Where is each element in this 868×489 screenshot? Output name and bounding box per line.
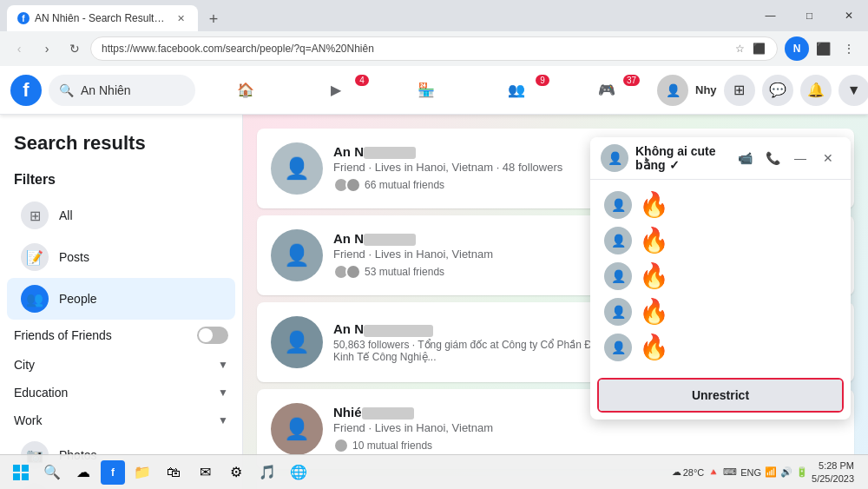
chat-popup: 👤 Không ai cute bằng ✓ 📹 📞 — ✕ 👤 🔥 👤 🔥 👤… <box>590 137 851 420</box>
star-icon[interactable]: ☆ <box>732 41 747 56</box>
chat-phone-icon[interactable]: 📞 <box>760 146 785 170</box>
chat-user-avatar-1: 👤 <box>604 191 632 219</box>
watch-icon: ▶ <box>331 82 341 98</box>
result-avatar-1: 👤 <box>271 142 323 195</box>
taskbar-tray: ☁ 28°C 🔺 ⌨ ENG 📶 🔊 🔋 5:28 PM 5/25/2023 <box>665 459 861 485</box>
svg-rect-1 <box>22 465 29 472</box>
all-icon: ⊞ <box>21 202 49 229</box>
extensions-icon[interactable]: ⬛ <box>751 41 766 56</box>
taskbar-store-icon[interactable]: 🛍 <box>160 459 187 486</box>
volume-icon: 🔊 <box>780 466 792 478</box>
sidebar-item-posts[interactable]: 📝 Posts <box>7 236 235 278</box>
unrestrict-button[interactable]: Unrestrict <box>599 380 842 411</box>
account-icon[interactable]: ▼ <box>838 75 868 106</box>
people-icon: 👥 <box>21 285 49 313</box>
taskbar-files-icon[interactable]: 📁 <box>128 459 156 486</box>
language-display[interactable]: ENG <box>740 467 761 478</box>
taskbar-search-icon[interactable]: 🔍 <box>38 459 66 486</box>
chat-user-avatar-2: 👤 <box>604 227 632 254</box>
groups-badge: 9 <box>536 75 549 86</box>
filter-education[interactable]: Education ▼ <box>0 379 242 406</box>
url-bar[interactable]: https://www.facebook.com/search/people/?… <box>90 36 778 61</box>
sidebar-item-all[interactable]: ⊞ All <box>7 195 235 236</box>
emoji-bubble-4: 🔥 <box>639 297 669 326</box>
posts-icon: 📝 <box>21 243 49 271</box>
chat-avatar: 👤 <box>601 144 628 172</box>
nav-gaming[interactable]: 🎮 37 <box>563 71 650 109</box>
filter-friends-of-friends[interactable]: Friends of Friends <box>0 320 242 351</box>
facebook-logo[interactable]: f <box>10 75 42 106</box>
svg-rect-0 <box>13 465 20 472</box>
emoji-row-3: 👤 🔥 <box>597 258 844 294</box>
nav-marketplace[interactable]: 🏪 <box>383 71 470 109</box>
messenger-icon[interactable]: 💬 <box>762 75 793 106</box>
marketplace-icon: 🏪 <box>418 82 435 98</box>
nav-watch[interactable]: ▶ 4 <box>293 71 379 109</box>
address-bar: ‹ › ↻ https://www.facebook.com/search/pe… <box>0 31 868 66</box>
filter-city[interactable]: City ▼ <box>0 351 242 379</box>
taskbar-app3-icon[interactable]: 🌐 <box>285 459 312 486</box>
emoji-bubble-1: 🔥 <box>639 190 669 219</box>
chat-close-icon[interactable]: ✕ <box>816 146 840 170</box>
svg-rect-2 <box>13 473 20 480</box>
forward-button[interactable]: › <box>35 36 59 61</box>
education-label: Education <box>14 386 68 400</box>
watch-badge: 4 <box>355 75 369 86</box>
url-icons: ☆ ⬛ <box>732 41 766 56</box>
time-text: 5:28 PM <box>812 459 854 472</box>
facebook-header: f 🔍 🏠 ▶ 4 🏪 👥 9 🎮 37 👤 Nhy ⊞ 💬 🔔 ▼ <box>0 66 868 115</box>
menu-btn[interactable]: ⋮ <box>837 36 861 61</box>
start-button[interactable] <box>7 459 35 486</box>
user-avatar[interactable]: 👤 <box>657 75 688 106</box>
taskbar-mail-icon[interactable]: ✉ <box>191 459 219 486</box>
home-icon: 🏠 <box>237 82 254 98</box>
result-avatar-4: 👤 <box>271 403 323 455</box>
extensions-btn[interactable]: ⬛ <box>811 36 835 61</box>
taskbar-app1-icon[interactable]: ⚙ <box>222 459 250 486</box>
toggle-switch[interactable] <box>197 327 228 344</box>
chat-header: 👤 Không ai cute bằng ✓ 📹 📞 — ✕ <box>590 137 851 180</box>
filter-work[interactable]: Work ▼ <box>0 406 242 434</box>
profile-icon[interactable]: N <box>785 36 809 61</box>
apps-icon[interactable]: ⊞ <box>724 75 755 106</box>
browser-menu-icons: N ⬛ ⋮ <box>785 36 861 61</box>
filters-label: Filters <box>0 169 242 195</box>
chat-title: Không ai cute bằng ✓ <box>635 144 726 172</box>
tab-favicon: f <box>17 12 30 24</box>
notifications-icon[interactable]: 🔔 <box>800 75 832 106</box>
back-button[interactable]: ‹ <box>7 36 31 61</box>
result-avatar-2: 👤 <box>271 229 323 281</box>
tray-icons: 🔺 <box>707 466 720 478</box>
taskbar-app2-icon[interactable]: 🎵 <box>253 459 281 486</box>
sidebar-item-people[interactable]: 👥 People <box>7 278 235 320</box>
gaming-icon: 🎮 <box>598 82 615 98</box>
nav-groups[interactable]: 👥 9 <box>473 71 560 109</box>
close-button[interactable]: ✕ <box>829 0 868 31</box>
new-tab-button[interactable]: + <box>201 7 226 31</box>
nav-home[interactable]: 🏠 <box>202 71 289 109</box>
search-box[interactable]: 🔍 <box>49 75 195 106</box>
chat-user-avatar-3: 👤 <box>604 262 632 290</box>
reload-button[interactable]: ↻ <box>62 36 87 61</box>
window-controls: — □ ✕ <box>751 0 868 31</box>
taskbar-browser-icon[interactable]: f <box>101 460 125 485</box>
result-avatar-3: 👤 <box>271 316 323 368</box>
chat-controls: 📹 📞 — ✕ <box>733 146 840 170</box>
active-tab[interactable]: f AN Nhiên - Search Results | Fac... ✕ <box>7 5 198 31</box>
taskbar-widgets-icon[interactable]: ☁ <box>69 459 97 486</box>
emoji-row-2: 👤 🔥 <box>597 222 844 258</box>
emoji-row-5: 👤 🔥 <box>597 329 844 365</box>
emoji-bubble-3: 🔥 <box>639 261 669 290</box>
chat-minimize-icon[interactable]: — <box>788 146 812 170</box>
tab-close-button[interactable]: ✕ <box>174 11 187 25</box>
gaming-badge: 37 <box>623 75 640 86</box>
chat-video-icon[interactable]: 📹 <box>733 146 757 170</box>
facebook-nav: 🏠 ▶ 4 🏪 👥 9 🎮 37 <box>202 71 650 109</box>
education-arrow-icon: ▼ <box>218 387 228 399</box>
minimize-button[interactable]: — <box>751 0 790 31</box>
tab-title: AN Nhiên - Search Results | Fac... <box>35 12 168 24</box>
emoji-bubble-2: 🔥 <box>639 226 669 254</box>
maximize-button[interactable]: □ <box>790 0 829 31</box>
battery-icon: 🔋 <box>796 466 808 478</box>
search-input[interactable] <box>81 83 185 97</box>
